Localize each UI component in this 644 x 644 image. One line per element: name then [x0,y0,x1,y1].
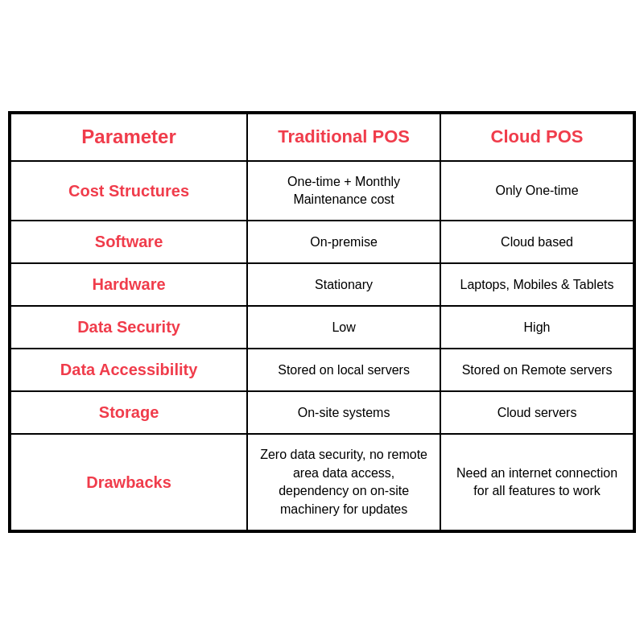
cloud-value-cell: Only One-time [440,161,634,221]
traditional-value-cell: On-premise [247,221,440,263]
param-label: Software [95,233,163,250]
param-label-cell: Software [10,221,247,263]
table-row: Data AccessibilityStored on local server… [10,349,634,391]
cloud-value-cell: Laptops, Mobiles & Tablets [440,263,634,306]
header-cloud-pos: Cloud POS [440,114,634,161]
traditional-value-cell: Stored on local servers [247,349,440,391]
cloud-value-cell: Stored on Remote servers [440,349,634,391]
traditional-value-cell: One-time + Monthly Maintenance cost [247,161,440,221]
table-row: StorageOn-site systemsCloud servers [10,391,634,434]
param-label: Drawbacks [86,473,171,491]
cloud-value-cell: High [440,306,634,349]
table-row: Data SecurityLowHigh [10,306,634,349]
param-label-cell: Hardware [10,263,247,306]
comparison-table: Parameter Traditional POS Cloud POS Cost… [8,111,636,533]
param-label-cell: Data Security [10,306,247,349]
param-label-cell: Data Accessibility [10,349,247,391]
table-row: SoftwareOn-premiseCloud based [10,221,634,263]
param-label: Data Accessibility [60,361,197,378]
traditional-value-cell: Stationary [247,263,440,306]
table-row: HardwareStationaryLaptops, Mobiles & Tab… [10,263,634,306]
table-row: DrawbacksZero data security, no remote a… [10,434,634,530]
cloud-value-cell: Cloud based [440,221,634,263]
cloud-value-cell: Need an internet connection for all feat… [440,434,634,530]
param-label-cell: Storage [10,391,247,434]
param-label: Hardware [92,275,165,293]
param-label-cell: Drawbacks [10,434,247,530]
traditional-value-cell: Low [247,306,440,349]
cloud-value-cell: Cloud servers [440,391,634,434]
traditional-value-cell: Zero data security, no remote area data … [247,434,440,530]
param-label-cell: Cost Structures [10,161,247,221]
header-parameter: Parameter [10,114,247,161]
table-row: Cost StructuresOne-time + Monthly Mainte… [10,161,634,221]
param-label: Data Security [77,318,180,336]
param-label: Storage [99,403,159,421]
traditional-value-cell: On-site systems [247,391,440,434]
param-label: Cost Structures [68,182,189,200]
header-traditional-pos: Traditional POS [247,114,440,161]
